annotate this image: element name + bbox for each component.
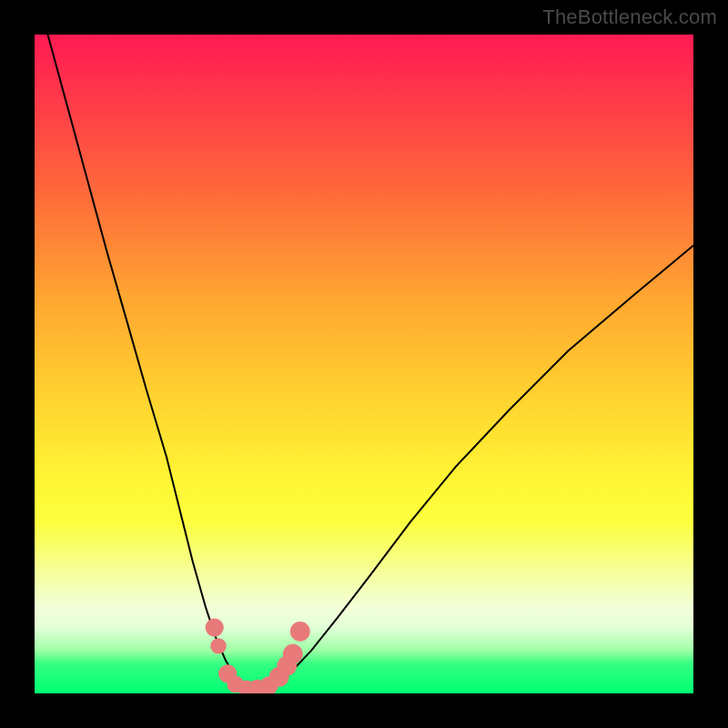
marker-point xyxy=(206,619,224,637)
marker-point xyxy=(290,622,310,642)
highlight-points xyxy=(206,619,310,694)
chart-frame: TheBottleneck.com xyxy=(0,0,728,728)
bottleneck-curve xyxy=(48,35,694,693)
chart-svg xyxy=(35,35,693,693)
marker-point xyxy=(283,644,303,664)
plot-area xyxy=(35,35,693,693)
watermark-text: TheBottleneck.com xyxy=(542,5,717,29)
marker-point xyxy=(210,638,226,653)
